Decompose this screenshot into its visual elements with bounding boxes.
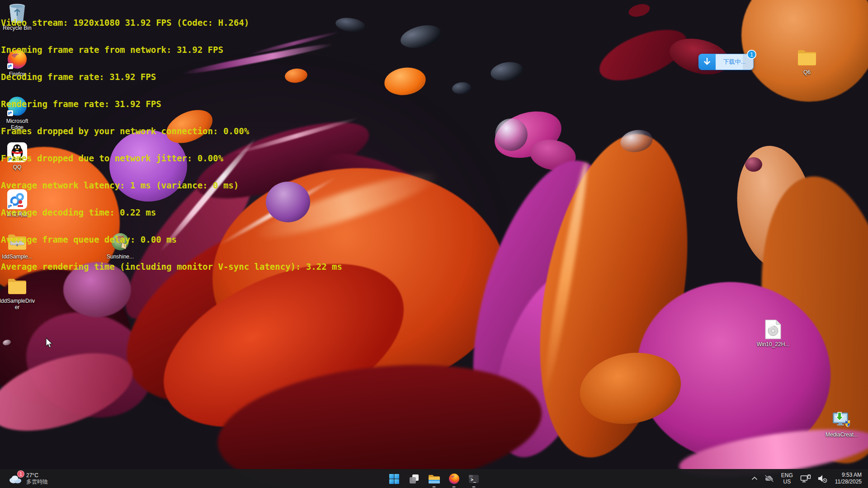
stats-line: Frames dropped by your network connectio… [1,127,342,136]
clock-date: 11/28/2025 [835,479,862,485]
language-indicator[interactable]: ENG US [778,472,796,485]
terminal-glyph: >_ [471,477,476,482]
wallpaper-blob [495,118,528,151]
download-widget[interactable]: 下载中... 1 [698,54,754,70]
file-explorer-button[interactable] [424,470,444,488]
taskbar-center-icons: >_ [384,469,484,488]
streaming-stats-overlay: Video stream: 868x488 31.92 FPS (Codec… [1,0,342,289]
desktop-icon-label: Win10_22H... [757,341,790,347]
folder-icon [797,47,817,68]
mouse-cursor [45,338,54,350]
taskbar-weather-widget[interactable]: 1 27°C 多雲時陰 [5,469,52,488]
weather-temperature: 27°C [26,472,48,479]
download-count-badge: 1 [747,50,756,59]
language-code: ENG [781,472,793,479]
terminal-button[interactable]: >_ [464,470,484,488]
desktop-icon-label: Q6 [803,69,811,75]
weather-cloud-icon: 1 [8,473,23,484]
wallpaper-blob [398,22,443,52]
desktop-icon-label: MediaCreat... [826,432,858,438]
disc-image-file-icon [763,319,783,340]
tray-chevron-up-icon[interactable] [749,470,760,487]
wallpaper-blob [745,157,762,172]
stats-line: Frames dropped due to network jitter: 0.… [1,154,342,163]
desktop-icon-q6[interactable]: Q6 [790,47,824,75]
wallpaper-blob [452,81,472,95]
running-indicator [433,486,436,488]
desktop-screen: Recycle Bin Firefox [0,0,868,488]
stats-line: Decoding frame rate: 31.92 FPS [1,72,342,81]
task-view-button[interactable] [404,470,424,488]
desktop-icon-win10-iso[interactable]: Win10_22H... [756,319,790,347]
weather-alert-badge: 1 [17,470,24,478]
stats-line: Average frame queue delay: 0.00 ms [1,235,342,244]
onedrive-offline-icon[interactable] [762,470,776,487]
wallpaper-blob [627,2,651,19]
stats-line: Average rendering time (including monito… [1,262,342,271]
taskbar: 1 27°C 多雲時陰 [0,469,868,488]
firefox-taskbar-button[interactable] [444,470,464,488]
weather-condition: 多雲時陰 [26,479,48,485]
wallpaper-blob [489,60,524,83]
stats-line: Average decoding time: 0.22 ms [1,208,342,217]
network-ethernet-icon[interactable] [798,470,813,487]
running-indicator [472,486,476,488]
taskbar-clock[interactable]: 9:53 AM 11/28/2025 [831,472,865,485]
clock-time: 9:53 AM [842,472,862,479]
running-indicator [453,486,456,488]
desktop-icon-label: IddSampleDriver [0,298,35,310]
stats-line: Video stream: 868x488 31.92 FPS (Codec… [1,18,342,27]
start-button[interactable] [384,470,404,488]
taskbar-tray: ENG US [749,469,865,488]
media-creation-tool-icon [831,409,852,430]
download-arrow-icon[interactable] [698,54,716,70]
language-region: US [783,479,791,485]
stats-line: Average network latency: 1 ms (variance:… [1,181,342,190]
stats-line: Rendering frame rate: 31.92 FPS [1,99,342,108]
volume-muted-icon[interactable] [815,470,830,487]
stats-line: Incoming frame rate from network: 31.92 … [1,45,342,54]
desktop-icon-media-creation-tool[interactable]: MediaCreat... [825,409,859,438]
